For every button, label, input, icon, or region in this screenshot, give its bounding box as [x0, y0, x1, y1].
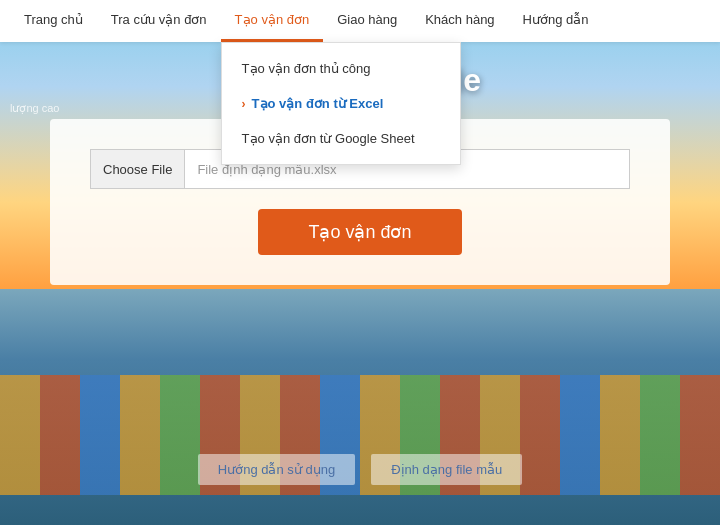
choose-file-button[interactable]: Choose File [91, 150, 185, 188]
dropdown-item-google[interactable]: Tạo vận đơn từ Google Sheet [222, 121, 460, 156]
nav-item-khach-hang[interactable]: Khách hàng [411, 0, 508, 42]
bottom-link-huong-dan[interactable]: Hướng dẫn sử dụng [198, 454, 355, 485]
submit-button[interactable]: Tạo vận đơn [258, 209, 461, 255]
dropdown-item-manual[interactable]: Tạo vận đơn thủ công [222, 51, 460, 86]
nav-item-giao-hang[interactable]: Giao hàng [323, 0, 411, 42]
nav-item-tao-van-don[interactable]: Tạo vận đơn Tạo vận đơn thủ công › Tạo v… [221, 0, 324, 42]
bottom-link-dinh-dang[interactable]: Định dạng file mẫu [371, 454, 522, 485]
nav-item-tra-cuu[interactable]: Tra cứu vận đơn [97, 0, 221, 42]
dropdown-menu: Tạo vận đơn thủ công › Tạo vận đơn từ Ex… [221, 42, 461, 165]
arrow-icon: › [242, 97, 246, 111]
nav-items: Trang chủ Tra cứu vận đơn Tạo vận đơn Tạ… [10, 0, 603, 42]
nav-item-trang-chu[interactable]: Trang chủ [10, 0, 97, 42]
navbar: Trang chủ Tra cứu vận đơn Tạo vận đơn Tạ… [0, 0, 720, 42]
dropdown-item-excel[interactable]: › Tạo vận đơn từ Excel [222, 86, 460, 121]
nav-item-huong-dan[interactable]: Hướng dẫn [509, 0, 603, 42]
quality-text: lượng cao [10, 102, 59, 115]
bottom-links: Hướng dẫn sử dụng Định dạng file mẫu [198, 454, 522, 485]
